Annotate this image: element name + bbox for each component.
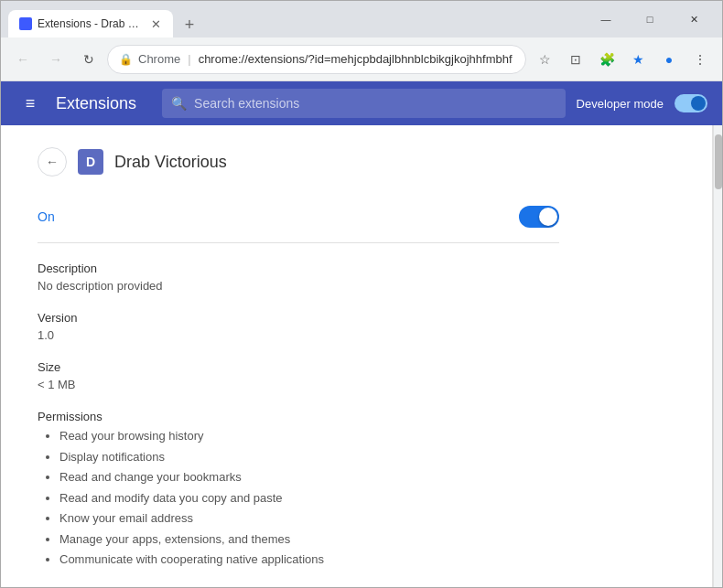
- back-button[interactable]: ←: [8, 45, 38, 74]
- omnibox[interactable]: 🔒 Chrome | chrome://extensions/?id=mehjc…: [107, 45, 526, 74]
- permissions-label: Permissions: [38, 410, 559, 423]
- extension-icon-letter: D: [86, 155, 95, 169]
- account-circle-icon[interactable]: ●: [654, 45, 684, 74]
- enable-toggle-row: On: [38, 198, 559, 243]
- version-section: Version 1.0: [38, 311, 559, 342]
- permission-item: Know your email address: [59, 509, 559, 528]
- permission-item: Read and change your bookmarks: [59, 468, 559, 486]
- new-tab-button[interactable]: +: [177, 12, 202, 37]
- tab-title: Extensions - Drab Victorious: [38, 17, 142, 30]
- version-value: 1.0: [38, 328, 559, 342]
- window-frame: Extensions - Drab Victorious ✕ + — □ ✕ ←…: [0, 0, 723, 588]
- close-button[interactable]: ✕: [673, 5, 715, 33]
- extension-detail: ← D Drab Victorious On: [1, 125, 596, 587]
- toggle-knob: [691, 96, 706, 111]
- search-icon: 🔍: [171, 96, 187, 111]
- active-tab[interactable]: Extensions - Drab Victorious ✕: [8, 10, 173, 37]
- star-icon[interactable]: ☆: [530, 45, 559, 74]
- bookmark-icon[interactable]: ★: [623, 45, 653, 74]
- minimize-button[interactable]: —: [585, 5, 627, 33]
- scrollbar-thumb[interactable]: [715, 134, 722, 189]
- search-input[interactable]: [194, 96, 556, 111]
- security-icon: 🔒: [119, 53, 133, 66]
- browser-content: ≡ Extensions 🔍 Developer mode ←: [1, 81, 722, 587]
- hamburger-menu-button[interactable]: ≡: [16, 89, 45, 118]
- scrollbar-track[interactable]: [713, 125, 722, 587]
- forward-button[interactable]: →: [41, 45, 70, 74]
- extension-icon: D: [78, 149, 103, 175]
- cast-icon[interactable]: ⊡: [561, 45, 590, 74]
- title-bar: Extensions - Drab Victorious ✕ + — □ ✕: [1, 1, 722, 37]
- extension-name: Drab Victorious: [114, 153, 227, 172]
- url-path: chrome://extensions/?id=mehjcpbdajlbhnbl…: [199, 52, 513, 66]
- extensions-title: Extensions: [56, 94, 136, 113]
- extensions-puzzle-icon[interactable]: 🧩: [592, 45, 621, 74]
- size-section: Size < 1 MB: [38, 360, 559, 391]
- description-label: Description: [38, 262, 559, 275]
- content-panel: ← D Drab Victorious On: [1, 125, 713, 587]
- main-area: ← D Drab Victorious On: [1, 125, 722, 587]
- search-box[interactable]: 🔍: [162, 89, 566, 118]
- size-value: < 1 MB: [38, 378, 559, 391]
- on-status-label: On: [38, 209, 55, 224]
- version-label: Version: [38, 311, 559, 325]
- description-value: No description provided: [38, 279, 559, 293]
- url-separator: |: [188, 52, 190, 66]
- permission-item: Display notifications: [59, 448, 559, 466]
- permission-item: Manage your apps, extensions, and themes: [59, 530, 559, 549]
- permission-item: Read your browsing history: [59, 427, 559, 445]
- tab-area: Extensions - Drab Victorious ✕ +: [8, 1, 585, 37]
- big-toggle-knob: [539, 208, 557, 226]
- tab-close-button[interactable]: ✕: [151, 16, 162, 31]
- permissions-section: Permissions Read your browsing historyDi…: [38, 410, 559, 569]
- permission-item: Communicate with cooperating native appl…: [59, 551, 559, 569]
- toolbar-icons: ☆ ⊡ 🧩 ★ ● ⋮: [530, 45, 715, 74]
- tab-favicon: [19, 17, 32, 30]
- permission-item: Read and modify data you copy and paste: [59, 489, 559, 508]
- window-controls: — □ ✕: [585, 5, 715, 33]
- back-button[interactable]: ←: [38, 147, 67, 176]
- size-label: Size: [38, 360, 559, 374]
- description-section: Description No description provided: [38, 262, 559, 293]
- chrome-menu-icon[interactable]: ⋮: [685, 45, 715, 74]
- permissions-list: Read your browsing historyDisplay notifi…: [38, 427, 559, 569]
- extension-enable-toggle[interactable]: [519, 206, 559, 228]
- address-bar: ← → ↻ 🔒 Chrome | chrome://extensions/?id…: [1, 37, 722, 81]
- maximize-button[interactable]: □: [629, 5, 671, 33]
- back-row: ← D Drab Victorious: [38, 147, 559, 176]
- extensions-header: ≡ Extensions 🔍 Developer mode: [1, 81, 722, 125]
- url-source: Chrome: [138, 52, 180, 66]
- developer-mode-label: Developer mode: [577, 97, 664, 111]
- reload-button[interactable]: ↻: [74, 45, 103, 74]
- developer-mode-toggle[interactable]: [674, 94, 707, 112]
